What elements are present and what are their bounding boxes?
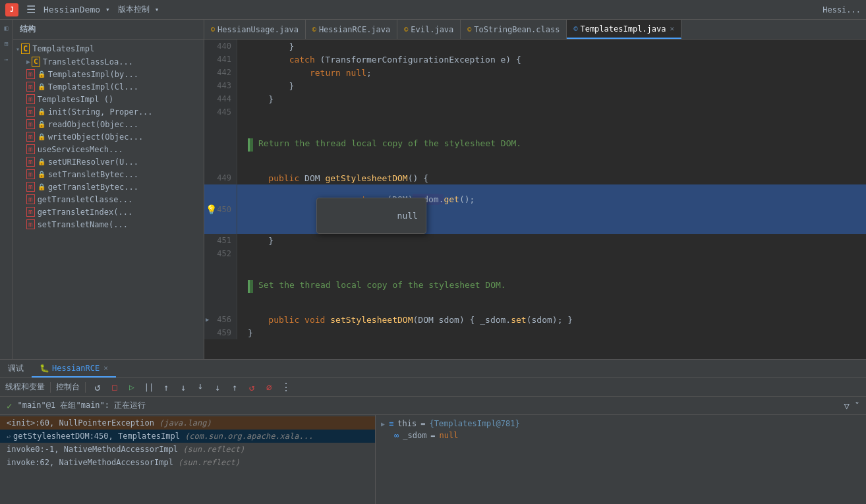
tree-item-seturiresolver[interactable]: m 🔒 setURIResolver(U... bbox=[13, 155, 204, 168]
toolbar-step-out[interactable]: ↑ bbox=[159, 381, 173, 394]
tree-item-writeobject[interactable]: m 🔒 writeObject(Objec... bbox=[13, 130, 204, 143]
filter-button[interactable]: ▽ bbox=[844, 401, 850, 411]
var-name: this bbox=[397, 419, 417, 428]
var-equals: = bbox=[420, 419, 425, 428]
toolbar-stop-btn[interactable]: □ bbox=[108, 381, 121, 394]
tree-item-settransletname[interactable]: m setTransletName(... bbox=[13, 218, 204, 231]
line-number: 459 bbox=[204, 326, 237, 339]
tree-item-templatesimpl-empty[interactable]: m TemplatesImpl () bbox=[13, 93, 204, 105]
bottom-tab-hessianrce[interactable]: 🐛 HessianRCE ✕ bbox=[32, 360, 116, 378]
bottom-tab-debug[interactable]: 调试 bbox=[0, 360, 32, 378]
structure-tree: ▾ C TemplatesImpl ▶ C TransletClassLoa..… bbox=[13, 40, 204, 359]
tree-item-gettransletindex[interactable]: m getTransletIndex(... bbox=[13, 206, 204, 218]
tab-icon: © bbox=[211, 26, 215, 33]
method-icon-red8: m bbox=[26, 157, 35, 167]
method-icon-red10: m bbox=[26, 182, 35, 192]
var-type-icon: ≡ bbox=[389, 419, 393, 428]
tab-hessianusage[interactable]: © HessianUsage.java bbox=[204, 20, 306, 39]
left-icon-2[interactable]: ⊞ bbox=[1, 38, 12, 49]
code-line: 440 } bbox=[204, 40, 866, 53]
tab-bar: © HessianUsage.java © HessianRCE.java © … bbox=[204, 20, 866, 40]
lock-icon5: 🔒 bbox=[38, 133, 45, 140]
left-icon-3[interactable]: ⋯ bbox=[1, 54, 12, 65]
expand-button[interactable]: ˅ bbox=[855, 401, 859, 411]
tab-label: HessianUsage.java bbox=[217, 25, 299, 34]
toolbar-console-label: 控制台 bbox=[56, 381, 80, 394]
tab-icon: © bbox=[467, 26, 471, 33]
code-line: 452 bbox=[204, 247, 866, 260]
code-cell bbox=[237, 247, 866, 260]
bottom-tab-hessianrce-label: HessianRCE bbox=[52, 364, 100, 373]
project-dropdown-icon[interactable]: ▾ bbox=[105, 5, 110, 14]
tree-item-gettransletclasse[interactable]: m getTransletClasse... bbox=[13, 193, 204, 206]
line-number bbox=[204, 119, 237, 171]
tree-item-transletclassload[interactable]: ▶ C TransletClassLoa... bbox=[13, 55, 204, 68]
toolbar-up-btn[interactable]: ↑ bbox=[228, 381, 241, 394]
tab-close-icon[interactable]: ✕ bbox=[670, 24, 674, 33]
lock-icon6: 🔒 bbox=[38, 158, 45, 165]
toolbar-step-over[interactable]: ↑ bbox=[194, 381, 207, 394]
lock-icon: 🔒 bbox=[38, 70, 45, 78]
tree-item-label: TemplatesImpl(Cl... bbox=[48, 82, 138, 92]
tree-item-gettransletbytec[interactable]: m 🔒 getTransletBytec... bbox=[13, 181, 204, 193]
structure-header: 结构 bbox=[13, 20, 204, 40]
bottom-tab-debug-label: 调试 bbox=[8, 363, 24, 374]
infinity-icon: ∞ bbox=[394, 431, 399, 440]
tab-evil[interactable]: © Evil.java bbox=[397, 20, 461, 39]
window-title-right: Hessi... bbox=[823, 5, 861, 14]
code-editor[interactable]: 440 } 441 catch (TransformerConfiguratio… bbox=[204, 40, 866, 359]
stack-item-invoke0[interactable]: invoke0:-1, NativeMethodAccessorImpl (su… bbox=[0, 443, 375, 456]
toolbar-run-cursor[interactable]: ↺ bbox=[245, 381, 258, 394]
project-name[interactable]: HessianDemo bbox=[43, 5, 100, 14]
toolbar-step-into[interactable]: ↓ bbox=[177, 381, 190, 394]
line-number: 449 bbox=[204, 171, 237, 184]
tree-item-label: TemplatesImpl(by... bbox=[48, 70, 138, 79]
toolbar-refresh-btn[interactable]: ↺ bbox=[91, 381, 104, 394]
stack-item-getstylesheetdom[interactable]: ↩ getStylesheetDOM:450, TemplatesImpl (c… bbox=[0, 430, 375, 443]
tab-tostringbean[interactable]: © ToStringBean.class bbox=[461, 20, 567, 39]
code-cell: public void setStylesheetDOM(DOM sdom) {… bbox=[237, 313, 866, 326]
tab-templatesimpl[interactable]: © TemplatesImpl.java ✕ bbox=[567, 20, 681, 39]
bottom-tab-close[interactable]: ✕ bbox=[103, 364, 108, 372]
lock-icon8: 🔒 bbox=[38, 183, 45, 190]
tree-item-init[interactable]: m 🔒 init(String, Proper... bbox=[13, 105, 204, 118]
var-expand-arrow[interactable]: ▶ bbox=[381, 420, 385, 428]
tab-label: TemplatesImpl.java bbox=[580, 24, 666, 34]
tree-item-templatesimpl-by[interactable]: m 🔒 TemplatesImpl(by... bbox=[13, 68, 204, 80]
code-cell: } bbox=[237, 79, 866, 92]
tree-item-templatesimpl[interactable]: ▾ C TemplatesImpl bbox=[13, 42, 204, 55]
toolbar-resume-btn[interactable]: ▷ bbox=[125, 381, 138, 394]
tab-label: Evil.java bbox=[411, 25, 453, 34]
code-line: 451 } bbox=[204, 234, 866, 247]
toolbar-step-out2[interactable]: ↓ bbox=[211, 381, 224, 394]
toolbar-mute-btn[interactable]: ∅ bbox=[262, 381, 275, 394]
method-icon-red2: m bbox=[26, 82, 35, 92]
tab-label: HessianRCE.java bbox=[319, 25, 390, 34]
stack-item-text: <init>:60, NullPointerException (java.la… bbox=[7, 418, 212, 428]
var-item-sdom: ∞ _sdom = null bbox=[381, 430, 861, 441]
tree-item-templatesimpl-cl[interactable]: m 🔒 TemplatesImpl(Cl... bbox=[13, 80, 204, 93]
stack-item-invoke62[interactable]: invoke:62, NativeMethodAccessorImpl (sun… bbox=[0, 456, 375, 469]
lock-icon3: 🔒 bbox=[38, 108, 45, 115]
menu-button[interactable]: ☰ bbox=[24, 2, 38, 17]
tree-item-settransletbytec[interactable]: m 🔒 setTransletBytec... bbox=[13, 168, 204, 181]
tree-item-useservicesmech[interactable]: m useServicesMech... bbox=[13, 143, 204, 155]
stack-item-init[interactable]: <init>:60, NullPointerException (java.la… bbox=[0, 416, 375, 430]
toolbar-sep2 bbox=[85, 382, 86, 393]
version-dropdown-icon[interactable]: ▾ bbox=[155, 5, 159, 14]
structure-panel: 结构 ▾ C TemplatesImpl ▶ C TransletClassLo… bbox=[13, 20, 204, 359]
tree-item-label: setTransletBytec... bbox=[48, 170, 138, 179]
line-number: 💡 450 bbox=[204, 184, 237, 234]
method-icon-red6: m bbox=[26, 132, 35, 142]
tab-icon: © bbox=[573, 25, 577, 32]
toolbar-pause-btn[interactable]: || bbox=[142, 381, 156, 394]
tree-item-label: getTransletBytec... bbox=[48, 182, 138, 192]
tab-hessianrce[interactable]: © HessianRCE.java bbox=[306, 20, 397, 39]
code-cell: public DOM getStylesheetDOM() { bbox=[237, 171, 866, 184]
method-icon-red: m bbox=[26, 69, 35, 79]
toolbar-more-btn[interactable]: ⋮ bbox=[279, 381, 293, 394]
left-icon-1[interactable]: ◧ bbox=[1, 22, 12, 33]
version-control-label[interactable]: 版本控制 bbox=[118, 4, 150, 15]
tree-item-readobject[interactable]: m 🔒 readObject(Objec... bbox=[13, 118, 204, 130]
code-cell: Set the thread local copy of the stylesh… bbox=[237, 260, 866, 313]
